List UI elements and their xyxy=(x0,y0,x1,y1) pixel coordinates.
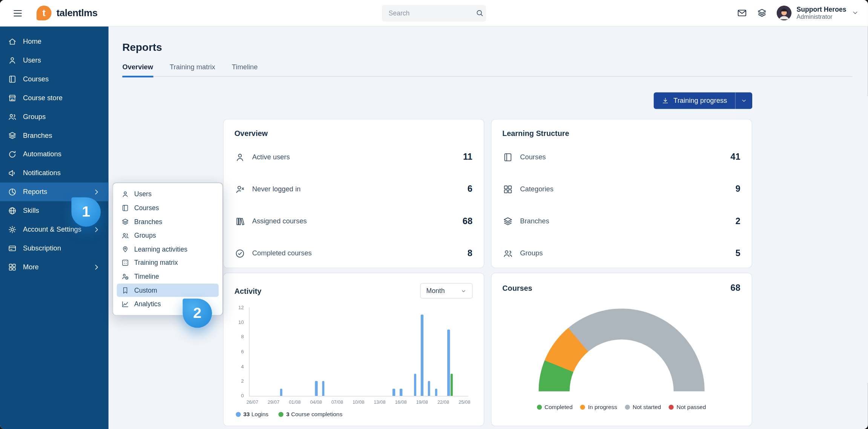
brand-name: talentlms xyxy=(57,7,98,19)
sidebar-item-automations[interactable]: Automations xyxy=(0,145,109,164)
chart-bar xyxy=(280,389,282,396)
page-title: Reports xyxy=(122,41,852,53)
people-icon xyxy=(502,248,513,258)
legend-dot xyxy=(236,412,241,417)
stat-value: 41 xyxy=(730,152,740,162)
tutorial-step-2-badge: 2 xyxy=(182,299,212,328)
stat-value: 2 xyxy=(735,216,740,226)
user-role: Administrator xyxy=(796,13,846,20)
brand-logo[interactable]: t talentlms xyxy=(37,6,98,21)
sidebar-item-users[interactable]: Users xyxy=(0,51,109,70)
period-select[interactable]: Month xyxy=(420,283,472,299)
y-axis-ticks: 024681012 xyxy=(235,307,246,396)
flyout-item-custom[interactable]: Custom xyxy=(117,283,219,297)
chart-bar xyxy=(421,315,423,396)
stat-value: 68 xyxy=(463,216,472,226)
gauge-legend: Completed In progress Not started Not pa… xyxy=(502,404,740,411)
stat-value: 8 xyxy=(468,248,472,258)
courses-card: Courses 68 Completed In progress Not sta… xyxy=(491,273,752,426)
chevron-down-icon xyxy=(740,97,747,104)
tab-timeline[interactable]: Timeline xyxy=(232,63,258,77)
gear-icon xyxy=(8,225,17,234)
grid-icon xyxy=(8,263,17,272)
stat-row-branches: Branches 2 xyxy=(502,205,740,237)
training-progress-button-main[interactable]: Training progress xyxy=(653,92,735,109)
sidebar-item-more[interactable]: More xyxy=(0,258,109,276)
people-icon xyxy=(8,112,17,121)
stat-value: 9 xyxy=(735,184,740,194)
check-circle-icon xyxy=(235,248,245,258)
sidebar-item-branches[interactable]: Branches xyxy=(0,126,109,145)
chevron-right-icon xyxy=(92,187,101,196)
chart-bar xyxy=(315,381,318,396)
learning-structure-card: Learning Structure Courses 41 Categories… xyxy=(491,119,752,268)
search-input[interactable] xyxy=(388,9,475,17)
legend-completions: 3 Course completions xyxy=(278,411,342,418)
stat-row-completed-courses: Completed courses 8 xyxy=(235,237,472,269)
credit-card-icon xyxy=(8,244,17,253)
stat-value: 5 xyxy=(735,248,740,258)
app-window: t talentlms Support Heroes Administra xyxy=(0,0,868,429)
user-name: Support Heroes xyxy=(796,5,846,13)
chart-bar xyxy=(448,330,450,396)
person-clock-icon xyxy=(121,273,129,281)
messages-icon[interactable] xyxy=(737,8,747,18)
chevron-down-icon[interactable] xyxy=(851,9,859,17)
search-icon[interactable] xyxy=(475,9,484,17)
chart-bar xyxy=(435,389,437,396)
layers-icon xyxy=(8,131,17,140)
flyout-item-users[interactable]: Users xyxy=(117,188,219,201)
overview-card: Overview Active users 11 Never logged in… xyxy=(223,119,484,268)
legend-dot xyxy=(669,405,674,409)
books-icon xyxy=(235,216,245,226)
megaphone-icon xyxy=(8,168,17,177)
book-icon xyxy=(8,75,17,84)
grid-icon xyxy=(502,184,513,194)
flyout-item-learning-activities[interactable]: Learning activities xyxy=(117,242,219,256)
toolbar: Training progress xyxy=(223,92,752,109)
flyout-item-timeline[interactable]: Timeline xyxy=(117,270,219,283)
user-icon xyxy=(121,190,129,198)
tab-training-matrix[interactable]: Training matrix xyxy=(170,63,215,77)
sidebar-item-course-store[interactable]: Course store xyxy=(0,89,109,107)
sidebar-item-groups[interactable]: Groups xyxy=(0,107,109,126)
home-icon xyxy=(8,37,17,46)
flyout-item-branches[interactable]: Branches xyxy=(117,215,219,228)
flyout-item-groups[interactable]: Groups xyxy=(117,229,219,242)
sidebar-item-courses[interactable]: Courses xyxy=(0,70,109,89)
user-menu[interactable]: Support Heroes Administrator xyxy=(777,5,859,20)
hamburger-menu-icon[interactable] xyxy=(12,8,23,18)
chart-bar xyxy=(451,374,453,396)
stat-row-groups: Groups 5 xyxy=(502,237,740,269)
course-library-icon[interactable] xyxy=(757,8,767,18)
chevron-right-icon xyxy=(92,225,101,234)
training-progress-button[interactable]: Training progress xyxy=(653,92,752,109)
stat-row-never-logged-in: Never logged in 6 xyxy=(235,173,472,205)
sidebar-item-notifications[interactable]: Notifications xyxy=(0,164,109,183)
tutorial-step-1-badge: 1 xyxy=(71,197,101,227)
stat-value: 11 xyxy=(463,152,472,162)
tab-overview[interactable]: Overview xyxy=(122,63,153,77)
activity-bar-chart: 024681012 26/0729/0701/0804/0807/0810/08… xyxy=(235,307,472,417)
chart-bar xyxy=(393,389,395,396)
download-icon xyxy=(661,97,669,105)
legend-logins: 33 Logins xyxy=(236,411,268,418)
chart-bar xyxy=(414,374,416,396)
sidebar-item-home[interactable]: Home xyxy=(0,32,109,51)
courses-total: 68 xyxy=(730,283,740,293)
training-progress-dropdown[interactable] xyxy=(735,92,752,109)
card-title: Activity xyxy=(235,287,262,295)
header-actions: Support Heroes Administrator xyxy=(737,5,859,20)
avatar[interactable] xyxy=(777,6,792,21)
legend-dot xyxy=(580,405,585,409)
dashboard-grid: Overview Active users 11 Never logged in… xyxy=(223,119,752,426)
flyout-item-courses[interactable]: Courses xyxy=(117,201,219,215)
search-bar[interactable] xyxy=(382,5,486,21)
chart-bar xyxy=(322,381,325,396)
layers-icon xyxy=(121,218,129,226)
sidebar-item-subscription[interactable]: Subscription xyxy=(0,239,109,258)
flyout-item-training-matrix[interactable]: Training matrix xyxy=(117,256,219,270)
refresh-icon xyxy=(8,150,17,159)
store-icon xyxy=(8,93,17,102)
people-icon xyxy=(121,231,129,239)
